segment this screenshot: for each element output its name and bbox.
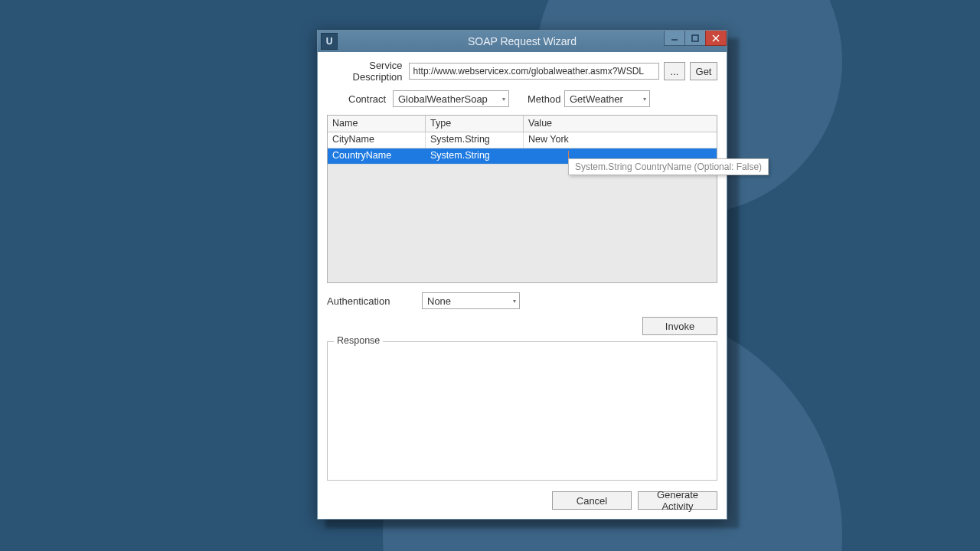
cell-name: CountryName — [328, 148, 426, 164]
chevron-down-icon: ▾ — [513, 298, 516, 305]
app-icon: U — [321, 33, 338, 50]
method-selected-value: GetWeather — [570, 93, 623, 105]
footer-buttons: Cancel Generate Activity — [327, 491, 717, 510]
method-select[interactable]: GetWeather ▾ — [564, 90, 650, 107]
generate-activity-button[interactable]: Generate Activity — [638, 491, 717, 510]
grid-row[interactable]: CityName System.String New York — [328, 132, 717, 148]
response-box[interactable]: Response — [327, 341, 717, 481]
service-description-row: Service Description ... Get — [327, 60, 717, 83]
cell-value[interactable]: New York — [524, 132, 717, 148]
cell-type: System.String — [426, 148, 524, 164]
authentication-label: Authentication — [327, 295, 422, 307]
cancel-button[interactable]: Cancel — [552, 491, 632, 510]
service-description-input[interactable] — [409, 63, 659, 80]
soap-wizard-window: U SOAP Request Wizard Service Descriptio… — [317, 30, 727, 520]
window-content: Service Description ... Get Contract Glo… — [318, 52, 727, 519]
grid-header-value[interactable]: Value — [524, 116, 717, 132]
grid-header-name[interactable]: Name — [328, 116, 426, 132]
authentication-row: Authentication None ▾ — [327, 292, 717, 309]
invoke-row: Invoke — [327, 317, 717, 335]
browse-button[interactable]: ... — [664, 62, 685, 80]
chevron-down-icon: ▾ — [643, 96, 646, 103]
grid-header: Name Type Value — [328, 116, 717, 132]
contract-selected-value: GlobalWeatherSoap — [398, 93, 488, 105]
cell-type: System.String — [426, 132, 524, 148]
contract-label: Contract — [348, 93, 387, 105]
contract-method-row: Contract GlobalWeatherSoap ▾ Method GetW… — [327, 90, 717, 107]
invoke-button[interactable]: Invoke — [642, 317, 717, 335]
chevron-down-icon: ▾ — [502, 96, 505, 103]
service-description-label: Service Description — [327, 60, 409, 83]
titlebar[interactable]: U SOAP Request Wizard — [318, 31, 727, 52]
maximize-button[interactable] — [684, 31, 706, 46]
grid-header-type[interactable]: Type — [426, 116, 524, 132]
method-label: Method — [528, 93, 564, 105]
authentication-select[interactable]: None ▾ — [422, 292, 520, 309]
contract-select[interactable]: GlobalWeatherSoap ▾ — [393, 90, 509, 107]
minimize-button[interactable] — [664, 31, 685, 46]
close-button[interactable] — [705, 31, 727, 46]
response-label: Response — [334, 335, 383, 346]
authentication-selected-value: None — [427, 295, 451, 307]
svg-rect-1 — [692, 35, 698, 41]
parameters-grid[interactable]: Name Type Value CityName System.String N… — [327, 115, 717, 283]
window-buttons — [665, 31, 727, 46]
get-button[interactable]: Get — [690, 62, 717, 80]
cell-name: CityName — [328, 132, 426, 148]
parameter-tooltip: System.String CountryName (Optional: Fal… — [568, 158, 769, 175]
